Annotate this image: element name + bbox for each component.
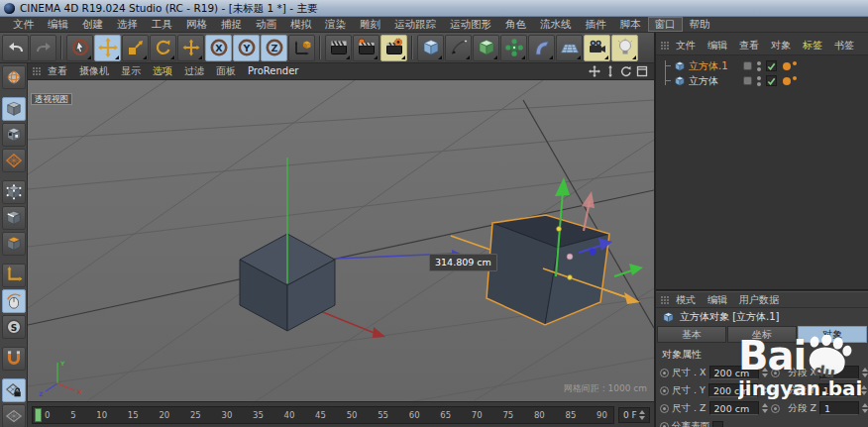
model-mode-button[interactable] xyxy=(2,97,26,121)
edges-mode-button[interactable] xyxy=(2,206,26,230)
viewport-menu-display[interactable]: 显示 xyxy=(115,63,147,79)
tab-object[interactable]: 对象 xyxy=(798,326,867,343)
size-x-stepper[interactable] xyxy=(762,368,768,377)
object-name[interactable]: 立方体 xyxy=(689,74,740,88)
menu-animate[interactable]: 动画 xyxy=(249,17,283,32)
viewport-menu-prorender[interactable]: ProRender xyxy=(242,63,304,79)
segments-x-field[interactable]: 1 xyxy=(819,366,859,379)
menu-script[interactable]: 脚本 xyxy=(613,17,648,32)
enabled-check[interactable] xyxy=(766,60,777,71)
layer-color-box[interactable] xyxy=(743,76,752,85)
om-menu-file[interactable]: 文件 xyxy=(670,39,702,53)
menu-simulate[interactable]: 模拟 xyxy=(283,17,318,32)
om-menu-view[interactable]: 查看 xyxy=(733,39,765,53)
add-cube-button[interactable] xyxy=(417,35,444,61)
move-tool-button[interactable] xyxy=(94,35,121,61)
undo-button[interactable] xyxy=(2,35,29,61)
panel-handle-icon[interactable] xyxy=(660,41,670,51)
menu-edit[interactable]: 编辑 xyxy=(41,17,75,32)
size-y-field[interactable]: 200 cm xyxy=(708,383,758,397)
keyframe-circle-icon[interactable] xyxy=(660,386,669,395)
live-selection-button[interactable] xyxy=(66,35,93,61)
segments-z-stepper[interactable] xyxy=(862,403,868,413)
workplane-mode-button[interactable] xyxy=(2,149,26,172)
object-name[interactable]: 立方体.1 xyxy=(689,59,740,73)
size-y-stepper[interactable] xyxy=(761,385,767,395)
edit-render-settings-button[interactable] xyxy=(380,35,407,61)
timeline-playhead[interactable] xyxy=(35,408,42,422)
add-deformer-button[interactable] xyxy=(528,35,555,61)
segments-z-field[interactable]: 1 xyxy=(819,401,859,415)
menu-character[interactable]: 角色 xyxy=(498,17,533,32)
om-menu-edit[interactable]: 编辑 xyxy=(702,39,733,53)
object-row-cube[interactable]: 立方体 xyxy=(656,73,868,88)
scale-tool-button[interactable] xyxy=(122,35,149,61)
menu-snap[interactable]: 捕捉 xyxy=(214,17,249,32)
viewport-menu-options[interactable]: 选项 xyxy=(147,63,178,79)
add-cloner-button[interactable] xyxy=(500,35,527,61)
segments-y-field[interactable]: 1 xyxy=(818,383,858,397)
viewport-menu-filter[interactable]: 过滤 xyxy=(178,63,210,79)
om-menu-tags[interactable]: 标签 xyxy=(797,39,828,53)
keyframe-circle-icon[interactable] xyxy=(771,404,780,413)
render-view-button[interactable] xyxy=(325,35,352,61)
lock-workplane-button[interactable] xyxy=(2,378,26,402)
add-subdivision-surface-button[interactable] xyxy=(473,35,499,61)
size-z-field[interactable]: 200 cm xyxy=(709,401,759,415)
polygons-mode-button[interactable] xyxy=(2,232,26,256)
viewport-menu-view[interactable]: 查看 xyxy=(42,63,73,79)
add-light-button[interactable] xyxy=(611,35,638,61)
viewport-maximize-icon[interactable] xyxy=(636,65,648,77)
tab-basic[interactable]: 基本 xyxy=(657,326,726,343)
object-manager-list[interactable]: 立方体.1 立方体 xyxy=(656,55,868,289)
menu-plugins[interactable]: 插件 xyxy=(579,17,613,32)
keyframe-circle-icon[interactable] xyxy=(660,422,669,427)
om-menu-objects[interactable]: 对象 xyxy=(765,39,797,53)
viewport-menu-cameras[interactable]: 摄像机 xyxy=(73,63,115,79)
viewport-rotate-icon[interactable] xyxy=(620,65,632,77)
y-axis-lock-button[interactable]: Y xyxy=(233,35,260,61)
snap-magnet-button[interactable] xyxy=(2,347,26,371)
timeline-ruler[interactable]: 0 5 10 15 20 25 30 35 40 45 50 xyxy=(32,406,614,424)
workplane-button[interactable] xyxy=(2,404,26,427)
enable-axis-button[interactable] xyxy=(2,264,26,287)
am-menu-user-data[interactable]: 用户数据 xyxy=(733,293,785,307)
om-menu-bookmarks[interactable]: 书签 xyxy=(828,39,860,53)
last-used-tool-button[interactable] xyxy=(177,35,204,61)
layer-color-box[interactable] xyxy=(743,61,752,70)
add-floor-button[interactable] xyxy=(556,35,583,61)
menu-tools[interactable]: 工具 xyxy=(145,17,179,32)
tab-coordinates[interactable]: 坐标 xyxy=(727,326,797,343)
menu-render[interactable]: 渲染 xyxy=(318,17,353,32)
menu-motion-tracker[interactable]: 运动跟踪 xyxy=(387,17,443,32)
panel-handle-icon[interactable] xyxy=(32,66,42,76)
x-axis-lock-button[interactable]: X xyxy=(205,35,232,61)
menu-mesh[interactable]: 网格 xyxy=(179,17,214,32)
object-row-cube1[interactable]: 立方体.1 xyxy=(656,58,868,73)
menu-help[interactable]: 帮助 xyxy=(683,17,717,32)
menu-sculpt[interactable]: 雕刻 xyxy=(353,17,387,32)
redo-button[interactable] xyxy=(30,35,56,61)
quantize-button[interactable]: S xyxy=(2,315,26,339)
panel-handle-icon[interactable] xyxy=(660,295,670,305)
phong-tag-icon[interactable] xyxy=(783,62,797,70)
menu-mograph[interactable]: 运动图形 xyxy=(443,17,498,32)
add-spline-button[interactable] xyxy=(445,35,472,61)
keyframe-circle-icon[interactable] xyxy=(770,386,779,395)
visibility-toggles[interactable] xyxy=(757,76,761,86)
viewport-label[interactable]: 透视视图 xyxy=(31,93,72,105)
separate-surfaces-checkbox[interactable] xyxy=(712,421,723,427)
make-editable-button[interactable] xyxy=(2,65,26,89)
frame-stepper[interactable] xyxy=(639,410,645,420)
viewport-pan-icon[interactable] xyxy=(589,65,600,77)
visibility-toggles[interactable] xyxy=(757,61,761,71)
add-camera-button[interactable] xyxy=(584,35,610,61)
size-x-field[interactable]: 200 cm xyxy=(709,366,759,379)
segments-x-stepper[interactable] xyxy=(862,368,868,377)
viewport-menu-panel[interactable]: 面板 xyxy=(210,63,242,79)
keyframe-circle-icon[interactable] xyxy=(660,369,669,377)
keyframe-circle-icon[interactable] xyxy=(771,369,780,377)
phong-tag-icon[interactable] xyxy=(783,77,797,85)
cube-object[interactable] xyxy=(240,158,461,338)
render-to-picture-viewer-button[interactable] xyxy=(353,35,380,61)
